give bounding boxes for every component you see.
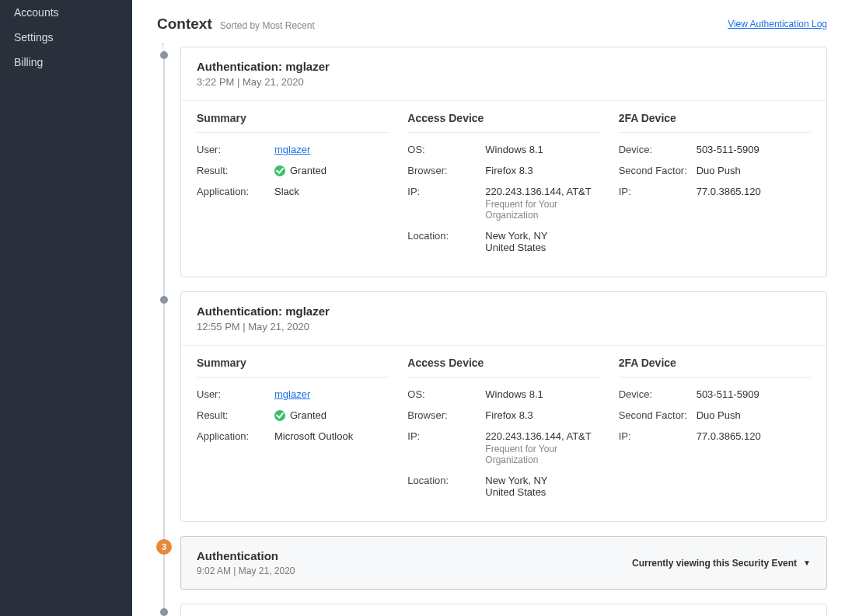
- location-line2: United States: [485, 242, 547, 253]
- check-circle-icon: [274, 165, 285, 176]
- timeline-item: Authentication: mglazer 12:55 PM | May 2…: [160, 291, 827, 522]
- twofa-device-column: 2FA Device Device:503-511-5909 Second Fa…: [619, 357, 811, 507]
- access-device-column: Access Device OS:Windows 8.1 Browser:Fir…: [407, 112, 599, 263]
- label-ip-2fa: IP:: [619, 430, 697, 442]
- label-user: User:: [197, 144, 274, 155]
- os-value: Windows 8.1: [485, 388, 543, 400]
- current-event-timestamp: 9:02 AM | May 21, 2020: [197, 566, 295, 576]
- col-title-2fa: 2FA Device: [619, 357, 811, 378]
- page-title: Context: [157, 16, 212, 33]
- label-result: Result:: [197, 409, 274, 421]
- auth-card-header: Authentication: mglazer 3:22 PM | May 21…: [181, 47, 826, 101]
- application-value: Microsoft Outlook: [274, 430, 353, 442]
- chevron-down-icon[interactable]: ▼: [803, 559, 811, 567]
- timeline-dot-icon: [160, 51, 168, 59]
- label-location: Location:: [407, 230, 485, 242]
- summary-column: Summary User:mglazer Result:Granted Appl…: [197, 357, 389, 507]
- auth-card-header: Authentication: mglazer 12:55 PM | May 2…: [181, 292, 826, 346]
- main-content: Context Sorted by Most Recent View Authe…: [132, 0, 852, 616]
- access-device-column: Access Device OS:Windows 8.1 Browser:Fir…: [407, 357, 599, 507]
- col-title-access: Access Device: [407, 357, 599, 378]
- current-event-title: Authentication: [197, 549, 295, 562]
- timeline-item-current: 3 Authentication 9:02 AM | May 21, 2020 …: [160, 536, 827, 590]
- label-second-factor: Second Factor:: [619, 165, 697, 176]
- label-location: Location:: [407, 475, 485, 486]
- col-title-summary: Summary: [197, 357, 389, 378]
- result-value: Granted: [290, 165, 326, 176]
- col-title-2fa: 2FA Device: [619, 112, 811, 133]
- label-browser: Browser:: [407, 165, 485, 176]
- auth-card-partial: Authentication: mglazer: [180, 604, 827, 616]
- ip-2fa-value: 77.0.3865.120: [697, 186, 761, 197]
- browser-value: Firefox 8.3: [485, 165, 532, 176]
- os-value: Windows 8.1: [485, 144, 543, 155]
- auth-card-title: Authentication: mglazer: [197, 60, 811, 73]
- auth-card: Authentication: mglazer 3:22 PM | May 21…: [180, 47, 827, 277]
- twofa-device-column: 2FA Device Device:503-511-5909 Second Fa…: [619, 112, 811, 263]
- viewing-status-text: Currently viewing this Security Event: [632, 558, 797, 569]
- second-factor-value: Duo Push: [697, 409, 741, 421]
- check-circle-icon: [274, 410, 285, 421]
- sidebar: Accounts Settings Billing: [0, 0, 132, 616]
- ip-note: Frequent for Your Organization: [485, 199, 599, 221]
- label-ip: IP:: [407, 186, 485, 197]
- user-link[interactable]: mglazer: [274, 144, 310, 155]
- auth-card-title: Authentication: mglazer: [197, 305, 811, 318]
- user-link[interactable]: mglazer: [274, 388, 310, 400]
- label-user: User:: [197, 388, 274, 400]
- ip-value: 220.243.136.144, AT&T: [485, 186, 599, 197]
- timeline-dot-icon: [160, 296, 168, 304]
- auth-card-timestamp: 12:55 PM | May 21, 2020: [197, 321, 811, 332]
- result-value: Granted: [290, 409, 326, 421]
- ip-note: Frequent for Your Organization: [485, 444, 599, 465]
- label-browser: Browser:: [407, 409, 485, 421]
- label-ip-2fa: IP:: [619, 186, 697, 197]
- device-value: 503-511-5909: [697, 144, 759, 155]
- page-header: Context Sorted by Most Recent View Authe…: [157, 16, 827, 33]
- sort-indicator: Sorted by Most Recent: [220, 20, 315, 31]
- application-value: Slack: [274, 186, 299, 197]
- second-factor-value: Duo Push: [697, 165, 741, 176]
- sidebar-item-accounts[interactable]: Accounts: [0, 0, 132, 25]
- ip-2fa-value: 77.0.3865.120: [697, 430, 761, 442]
- label-device: Device:: [619, 388, 697, 400]
- view-authentication-log-link[interactable]: View Authentication Log: [728, 19, 827, 30]
- timeline-badge: 3: [156, 539, 172, 555]
- label-os: OS:: [407, 388, 485, 400]
- label-application: Application:: [197, 186, 274, 197]
- col-title-summary: Summary: [197, 112, 389, 133]
- auth-card-timestamp: 3:22 PM | May 21, 2020: [197, 76, 811, 88]
- label-device: Device:: [619, 144, 697, 155]
- sidebar-item-billing[interactable]: Billing: [0, 50, 132, 75]
- label-ip: IP:: [407, 430, 485, 442]
- timeline-item: Authentication: mglazer: [160, 604, 827, 616]
- label-second-factor: Second Factor:: [619, 409, 697, 421]
- location-line1: New York, NY: [485, 475, 547, 486]
- sidebar-item-settings[interactable]: Settings: [0, 25, 132, 50]
- current-event-card[interactable]: Authentication 9:02 AM | May 21, 2020 Cu…: [180, 536, 827, 590]
- location-line1: New York, NY: [485, 230, 547, 242]
- device-value: 503-511-5909: [697, 388, 759, 400]
- label-os: OS:: [407, 144, 485, 155]
- auth-card: Authentication: mglazer 12:55 PM | May 2…: [180, 291, 827, 522]
- ip-value: 220.243.136.144, AT&T: [485, 430, 599, 442]
- browser-value: Firefox 8.3: [485, 409, 532, 421]
- timeline-item: Authentication: mglazer 3:22 PM | May 21…: [160, 47, 827, 277]
- timeline-dot-icon: [160, 608, 168, 616]
- col-title-access: Access Device: [407, 112, 599, 133]
- label-result: Result:: [197, 165, 274, 176]
- label-application: Application:: [197, 430, 274, 442]
- summary-column: Summary User:mglazer Result:Granted Appl…: [197, 112, 389, 263]
- timeline: ↑ Authentication: mglazer 3:22 PM | May …: [160, 47, 827, 616]
- location-line2: United States: [485, 486, 547, 498]
